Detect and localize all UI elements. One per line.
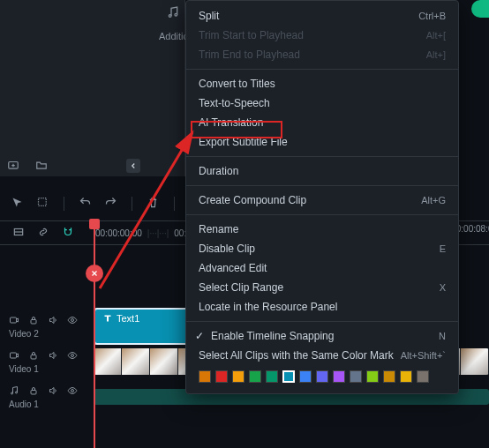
track-label: Video 1: [9, 364, 88, 374]
menu-disable-clip[interactable]: Disable ClipE: [186, 239, 458, 258]
svg-point-13: [11, 392, 13, 394]
svg-rect-8: [31, 319, 36, 324]
menu-trim-end: Trim End to PlayheadAlt+]: [186, 45, 458, 64]
pointer-tool-icon[interactable]: [11, 196, 24, 212]
mute-icon[interactable]: [48, 385, 58, 398]
color-swatch[interactable]: [299, 370, 312, 383]
color-swatch[interactable]: [383, 370, 395, 383]
svg-rect-3: [39, 198, 47, 206]
additional-tab-label[interactable]: Additio: [159, 31, 189, 41]
color-swatch[interactable]: [232, 370, 244, 383]
link-icon[interactable]: [37, 226, 49, 241]
color-swatch[interactable]: [417, 370, 429, 383]
video-track-icon[interactable]: [9, 315, 19, 327]
color-swatch[interactable]: [350, 370, 362, 383]
svg-rect-11: [31, 355, 36, 359]
audio-track-icon[interactable]: [9, 385, 19, 398]
check-badge: [471, 0, 489, 18]
lock-icon[interactable]: [28, 315, 39, 327]
panel-collapse-button[interactable]: [126, 159, 140, 173]
menu-enable-snapping[interactable]: ✓Enable Timeline SnappingN: [186, 326, 458, 346]
menu-advanced-edit[interactable]: Advanced Edit: [186, 258, 458, 278]
svg-rect-10: [11, 353, 17, 358]
select-tool-icon[interactable]: [36, 196, 49, 212]
color-swatch[interactable]: [199, 370, 211, 383]
svg-point-1: [175, 13, 177, 16]
svg-point-0: [169, 15, 171, 18]
lock-icon[interactable]: [28, 385, 39, 398]
color-swatch[interactable]: [215, 370, 228, 383]
playhead-line[interactable]: [94, 219, 95, 448]
folder-icon[interactable]: [35, 159, 48, 174]
track-label: Video 2: [9, 329, 88, 339]
redo-icon[interactable]: [104, 196, 117, 212]
menu-export-subtitle[interactable]: Export Subtitle File: [186, 132, 458, 152]
menu-duration[interactable]: Duration: [186, 161, 458, 181]
svg-rect-7: [11, 317, 17, 323]
visibility-icon[interactable]: [67, 350, 78, 362]
menu-compound-clip[interactable]: Create Compound ClipAlt+G: [186, 190, 458, 210]
timeline-view-icon[interactable]: [12, 226, 25, 241]
color-swatches: [186, 365, 458, 388]
magnet-snap-icon[interactable]: [62, 226, 74, 241]
delete-icon[interactable]: [147, 196, 160, 212]
menu-ai-translation[interactable]: AI Translation: [186, 113, 458, 132]
menu-split[interactable]: SplitCtrl+B: [186, 6, 458, 26]
menu-trim-start: Trim Start to PlayheadAlt+[: [186, 26, 458, 45]
color-swatch[interactable]: [400, 370, 412, 383]
mute-icon[interactable]: [48, 350, 58, 362]
media-panel: Additio: [0, 0, 185, 176]
color-swatch[interactable]: [282, 370, 295, 383]
playhead-handle[interactable]: [86, 265, 103, 282]
check-icon: ✓: [195, 330, 207, 342]
lock-icon[interactable]: [28, 350, 39, 362]
svg-rect-15: [31, 390, 36, 394]
svg-point-16: [71, 389, 74, 392]
menu-locate-resource[interactable]: Locate in the Resource Panel: [186, 297, 458, 317]
menu-convert-titles[interactable]: Convert to Titles: [186, 74, 458, 93]
color-swatch[interactable]: [316, 370, 328, 383]
undo-icon[interactable]: [79, 196, 92, 212]
color-swatch[interactable]: [366, 370, 379, 383]
svg-point-14: [16, 392, 18, 393]
menu-select-same-color[interactable]: Select All Clips with the Same Color Mar…: [186, 346, 458, 365]
clip-context-menu: SplitCtrl+B Trim Start to PlayheadAlt+[ …: [185, 0, 459, 394]
music-tab-icon[interactable]: [163, 0, 183, 26]
add-folder-icon[interactable]: [7, 159, 19, 174]
menu-text-to-speech[interactable]: Text-to-Speech: [186, 93, 458, 113]
color-swatch[interactable]: [266, 370, 278, 383]
timecode-marker: 00:00:00:00: [95, 228, 142, 238]
visibility-icon[interactable]: [67, 385, 78, 398]
svg-point-9: [71, 318, 74, 321]
mute-icon[interactable]: [48, 315, 58, 327]
svg-point-12: [71, 354, 74, 356]
text-clip-label: Text1: [117, 313, 139, 324]
menu-select-clip-range[interactable]: Select Clip RangeX: [186, 278, 458, 297]
visibility-icon[interactable]: [67, 315, 78, 327]
track-label: Audio 1: [9, 399, 88, 409]
video-track-icon[interactable]: [9, 350, 19, 362]
menu-rename[interactable]: Rename: [186, 220, 458, 239]
color-swatch[interactable]: [333, 370, 345, 383]
color-swatch[interactable]: [249, 370, 261, 383]
